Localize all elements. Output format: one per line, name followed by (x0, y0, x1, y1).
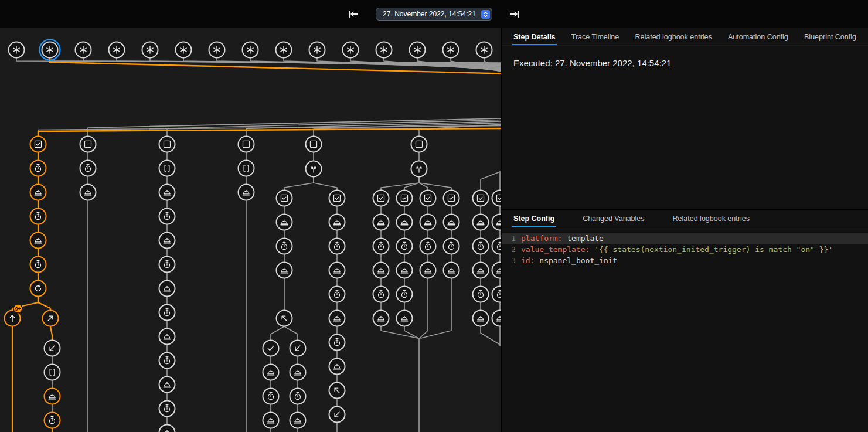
trace-node-asterisk[interactable] (76, 42, 91, 58)
trace-node-square[interactable] (159, 137, 175, 152)
trace-node-dome[interactable] (30, 233, 46, 249)
trace-node-dome[interactable] (492, 215, 502, 230)
trace-node-timer[interactable] (290, 389, 306, 404)
trace-node-arrowbl[interactable] (45, 341, 60, 356)
trace-node-asterisk[interactable] (410, 42, 426, 58)
trace-node-timer[interactable] (444, 239, 459, 254)
trace-node-square[interactable] (411, 137, 427, 152)
trace-node-dome[interactable] (329, 311, 345, 326)
trace-node-dome[interactable] (263, 365, 279, 380)
trace-node-dome[interactable] (473, 311, 489, 326)
trace-node-dome[interactable] (444, 263, 459, 278)
trace-node-dome[interactable] (473, 215, 489, 230)
trace-node-timer[interactable] (159, 401, 175, 417)
trace-node-timer[interactable] (80, 161, 96, 176)
previous-run-button[interactable] (346, 7, 360, 21)
trace-node-repeat[interactable] (30, 281, 46, 297)
trace-node-dome[interactable] (277, 215, 292, 230)
trace-node-timer[interactable] (30, 209, 46, 224)
trace-node-square[interactable] (306, 137, 322, 152)
trace-node-arrowtl[interactable] (277, 311, 292, 326)
trace-node-dome[interactable] (420, 215, 436, 230)
trace-node-dome[interactable] (373, 215, 389, 230)
trace-node-dome[interactable] (263, 413, 279, 428)
trace-node-timer[interactable] (373, 239, 389, 254)
trace-node-timer[interactable] (492, 287, 502, 302)
trace-node-dome[interactable] (397, 215, 413, 230)
trace-node-timer[interactable] (30, 161, 46, 176)
trace-node-checkbox[interactable] (444, 191, 459, 206)
trace-node-arrowbl[interactable] (290, 341, 306, 356)
trace-node-timer[interactable] (397, 287, 413, 302)
trace-node-dome[interactable] (420, 263, 436, 278)
trace-node-timer[interactable] (159, 209, 175, 224)
trace-node-asterisk[interactable] (276, 42, 292, 58)
trace-node-timer[interactable] (263, 389, 279, 404)
trace-node-dome[interactable] (30, 185, 46, 200)
trace-node-dome[interactable] (444, 215, 459, 230)
step-config-code-editor[interactable]: 1platform: template 2value_template: '{{… (502, 227, 868, 432)
trace-node-asterisk[interactable] (142, 42, 158, 58)
trace-node-checkbox[interactable] (420, 191, 436, 206)
trace-node-dome[interactable] (159, 329, 175, 345)
trace-node-square[interactable] (80, 137, 96, 152)
tab-automation-config[interactable]: Automation Config (727, 28, 789, 45)
trace-node-dome[interactable] (397, 263, 413, 278)
trace-node-arrowtl[interactable] (329, 383, 345, 399)
trace-node-timer[interactable] (159, 257, 175, 273)
trace-node-checkbox[interactable] (373, 191, 389, 206)
trace-node-timer[interactable] (329, 335, 345, 351)
trace-node-timer[interactable] (159, 305, 175, 321)
trace-node-dome[interactable] (329, 359, 345, 375)
trace-node-asterisk[interactable] (343, 42, 359, 58)
trace-node-check[interactable] (263, 341, 279, 356)
tab-related-logbook-entries[interactable]: Related logbook entries (634, 28, 713, 45)
trace-node-asterisk[interactable] (40, 40, 60, 60)
trace-node-timer[interactable] (492, 239, 502, 254)
tab-step-details[interactable]: Step Details (512, 28, 557, 45)
trace-node-dome[interactable] (329, 215, 345, 230)
trace-node-dome[interactable] (277, 263, 292, 278)
trace-node-arrowbl[interactable] (329, 407, 345, 423)
trace-node-asterisk[interactable] (309, 42, 325, 58)
trace-node-checkbox[interactable] (277, 191, 292, 206)
trace-node-asterisk[interactable] (176, 42, 192, 58)
trace-node-timer[interactable] (159, 353, 175, 369)
trace-node-dome[interactable] (492, 263, 502, 278)
trace-node-timer[interactable] (473, 239, 489, 254)
trace-node-timer[interactable] (277, 239, 292, 254)
trace-node-brackets[interactable] (45, 365, 60, 380)
trace-node-timer[interactable] (329, 287, 345, 302)
trace-node-timer[interactable] (30, 257, 46, 273)
trace-node-dome[interactable] (239, 185, 254, 200)
tab-step-config[interactable]: Step Config (512, 210, 556, 227)
trace-node-brackets[interactable] (239, 161, 254, 176)
trace-node-checkbox[interactable] (473, 191, 489, 206)
trace-node-dome[interactable] (329, 263, 345, 278)
trace-node-checkbox[interactable] (329, 191, 345, 206)
trace-node-brackets[interactable] (159, 161, 175, 176)
trace-node-dome[interactable] (80, 185, 96, 200)
trace-node-timer[interactable] (45, 413, 60, 428)
trace-node-dome[interactable] (45, 389, 60, 404)
trace-node-checkbox[interactable] (30, 137, 46, 152)
trace-node-asterisk[interactable] (376, 42, 392, 58)
trace-node-asterisk[interactable] (476, 42, 492, 58)
trace-node-dome[interactable] (492, 311, 502, 326)
trace-node-asterisk[interactable] (443, 42, 459, 58)
trace-node-timer[interactable] (397, 239, 413, 254)
next-run-button[interactable] (508, 7, 522, 21)
trace-node-dome[interactable] (159, 233, 175, 249)
trace-node-dome[interactable] (290, 413, 306, 428)
trace-node-dome[interactable] (159, 425, 175, 432)
tab-config-related-logbook[interactable]: Related logbook entries (672, 210, 751, 227)
trace-node-timer[interactable] (329, 239, 345, 254)
trace-node-arrowtr[interactable] (43, 311, 59, 326)
trace-node-asterisk[interactable] (109, 42, 125, 58)
trace-node-checkbox[interactable] (492, 191, 502, 206)
trace-node-parallel[interactable] (411, 161, 427, 177)
tab-changed-variables[interactable]: Changed Variables (581, 210, 645, 227)
trace-node-timer[interactable] (420, 239, 436, 254)
trace-node-parallel[interactable] (306, 161, 322, 177)
trace-node-dome[interactable] (373, 263, 389, 278)
